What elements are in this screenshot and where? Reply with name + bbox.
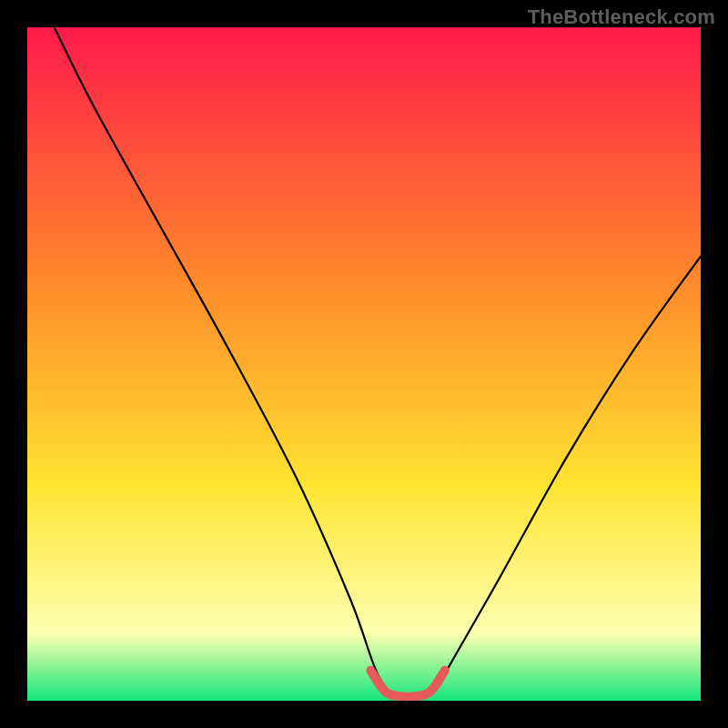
chart-frame: TheBottleneck.com [0,0,728,728]
watermark-text: TheBottleneck.com [528,5,715,29]
curve-layer [27,27,701,701]
plot-area [27,27,701,701]
minimum-band-marker [370,671,444,697]
bottleneck-curve [55,27,701,699]
